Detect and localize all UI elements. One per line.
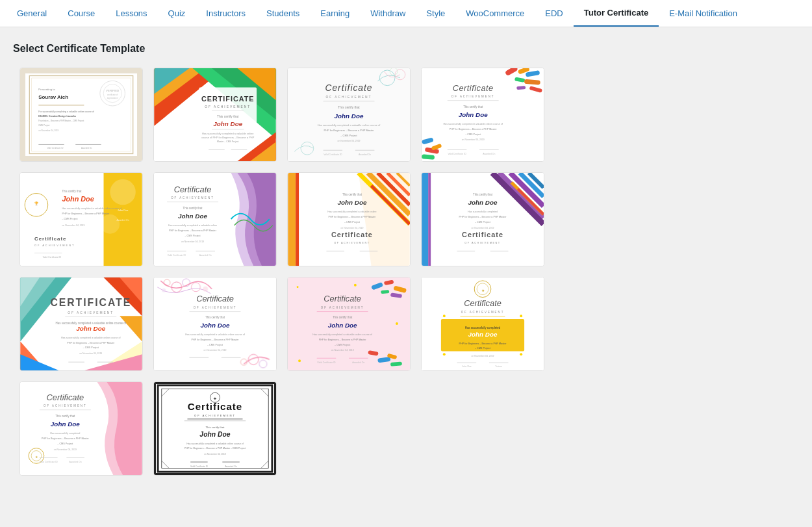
tab-earning[interactable]: Earning (310, 0, 360, 27)
certificate-template-14[interactable]: ✦ Certificate OF ACHIEVEMENT This certif… (153, 381, 277, 476)
svg-text:– CMS Project: – CMS Project (184, 235, 201, 237)
svg-text:Foundation – Become a PHP Mast: Foundation – Become a PHP Master – CMS P… (38, 120, 84, 122)
svg-text:Awarded On: Awarded On (117, 219, 129, 222)
svg-text:This certify that: This certify that (473, 193, 493, 196)
certificate-template-10[interactable]: Certificate OF ACHIEVEMENT This certify … (153, 277, 277, 371)
svg-text:Awarded On: Awarded On (359, 153, 371, 156)
svg-text:This certify that: This certify that (333, 316, 353, 319)
svg-text:CERTIFICATE: CERTIFICATE (201, 95, 255, 103)
svg-text:OF ACHIEVEMENT: OF ACHIEVEMENT (194, 414, 236, 417)
svg-text:Has successfully completed a v: Has successfully completed a valuable on… (61, 337, 121, 339)
tab-general[interactable]: General (6, 0, 57, 27)
svg-text:Awarded On: Awarded On (225, 465, 236, 468)
svg-rect-124 (288, 173, 296, 266)
svg-text:PHP for Beginners – Become a P: PHP for Beginners – Become a PHP Master (67, 342, 115, 344)
svg-text:John Doe: John Doe (468, 199, 498, 206)
tab-woocommerce[interactable]: WooCommerce (455, 0, 535, 27)
svg-text:Awarded On: Awarded On (81, 147, 92, 149)
svg-text:PHP for Beginners – Become a P: PHP for Beginners – Become a PHP Master … (184, 447, 246, 450)
certificate-template-3[interactable]: Certificate OF ACHIEVEMENT This certify … (287, 68, 411, 162)
svg-text:For successfully completing a : For successfully completing a valuable o… (38, 110, 94, 113)
svg-text:– CMS Project: – CMS Project (57, 443, 73, 445)
svg-text:Certificate: Certificate (462, 231, 503, 238)
certificate-template-2[interactable]: CERTIFICATE OF ACHIEVEMENT This certify … (153, 68, 277, 162)
tab-tutor-certificate[interactable]: Tutor Certificate (574, 0, 659, 27)
svg-text:John Doe: John Doe (178, 212, 207, 220)
svg-text:This certify that: This certify that (217, 115, 239, 118)
tab-style[interactable]: Style (416, 0, 455, 27)
svg-text:Has successfully completed: Has successfully completed (465, 326, 501, 329)
svg-rect-73 (448, 100, 499, 101)
svg-text:on November 04, 2019: on November 04, 2019 (204, 453, 226, 456)
certificate-template-4[interactable]: Certificate OF ACHIEVEMENT This certify … (421, 68, 544, 162)
certificate-template-5[interactable]: 🏆 This certify that John Doe Has success… (19, 172, 143, 266)
svg-rect-191 (190, 311, 241, 312)
tab-lessons[interactable]: Lessons (105, 0, 157, 27)
svg-point-184 (203, 287, 208, 292)
svg-text:OF ACHIEVEMENT: OF ACHIEVEMENT (205, 105, 251, 109)
svg-text:Has successfully completed a v: Has successfully completed a valuable on… (186, 443, 244, 445)
tab-quiz[interactable]: Quiz (158, 0, 196, 27)
svg-text:OF ACHIEVEMENT: OF ACHIEVEMENT (194, 306, 237, 309)
certificate-template-12[interactable]: ★ Certificate OF ACHIEVEMENT Has success… (421, 277, 544, 371)
svg-text:PHP for Beginners – Become a P: PHP for Beginners – Become a PHP Master (459, 216, 507, 218)
svg-text:OF ACHIEVEMENT: OF ACHIEVEMENT (461, 311, 505, 314)
svg-text:This certify that: This certify that (338, 106, 360, 109)
svg-text:on November 04, 2019: on November 04, 2019 (79, 352, 102, 355)
svg-text:– CMS Project: – CMS Project (83, 346, 99, 349)
svg-rect-105 (167, 201, 218, 202)
tab-withdraw[interactable]: Withdraw (360, 0, 416, 27)
svg-text:PHP for Beginners – Become a P: PHP for Beginners – Become a PHP Master (192, 339, 240, 341)
svg-text:– CMS Project: – CMS Project (335, 344, 351, 346)
top-navigation: General Course Lessons Quiz Instructors … (0, 0, 812, 27)
svg-text:on November 04, 2019: on November 04, 2019 (331, 349, 354, 352)
svg-text:Sourav Aich: Sourav Aich (38, 94, 68, 100)
certificate-template-11[interactable]: Certificate OF ACHIEVEMENT This certify … (287, 277, 411, 371)
svg-text:Certificate: Certificate (34, 236, 66, 242)
svg-text:OF ACHIEVEMENT: OF ACHIEVEMENT (171, 196, 214, 199)
svg-text:– CMS Project: – CMS Project (465, 133, 481, 136)
svg-text:OF ACHIEVEMENT: OF ACHIEVEMENT (44, 404, 87, 407)
svg-text:course of PHP for Beginners – : course of PHP for Beginners – Become a P… (201, 136, 254, 139)
section-title: Select Certificate Template (13, 43, 799, 55)
certificate-template-13[interactable]: ★ Certificate OF ACHIEVEMENT This certif… (19, 381, 143, 476)
tab-email-notification[interactable]: E-Mail Notification (659, 0, 748, 27)
certificate-template-8[interactable]: This certify that John Doe Has successfu… (421, 172, 544, 266)
svg-text:OF ACHIEVEMENT: OF ACHIEVEMENT (334, 241, 370, 244)
svg-text:PHP for Beginners – Become a P: PHP for Beginners – Become a PHP Master (319, 339, 367, 341)
svg-point-86 (110, 179, 135, 205)
svg-rect-125 (296, 173, 299, 266)
certificate-template-6[interactable]: Certificate OF ACHIEVEMENT This certify … (153, 172, 277, 266)
tab-instructors[interactable]: Instructors (196, 0, 256, 27)
svg-point-210 (354, 284, 357, 287)
svg-text:Has successfully completed a v: Has successfully completed a valuable on… (443, 123, 503, 125)
svg-point-232 (443, 315, 446, 317)
svg-text:– CMS Project: – CMS Project (340, 134, 357, 137)
svg-rect-170 (65, 316, 116, 317)
tab-edd[interactable]: EDD (535, 0, 573, 27)
svg-text:PHP for Beginners – Become a P: PHP for Beginners – Become a PHP Master (328, 216, 376, 218)
certificate-template-1[interactable]: VERIFIED certificate of appreciation Pre… (19, 68, 143, 162)
svg-text:on November 04, 2019: on November 04, 2019 (54, 448, 77, 451)
svg-text:John Doe: John Doe (51, 420, 80, 428)
svg-text:Has successfully completed a v: Has successfully completed a valuable on… (318, 123, 381, 127)
svg-text:Has successfully completed a v: Has successfully completed a valuable on… (62, 207, 122, 210)
svg-text:Valid Certificate ID: Valid Certificate ID (43, 256, 62, 259)
svg-rect-216 (317, 311, 368, 312)
svg-text:on November 04, 2019: on November 04, 2019 (338, 140, 361, 142)
svg-text:Awarded On: Awarded On (70, 461, 82, 463)
svg-text:OF ACHIEVEMENT: OF ACHIEVEMENT (451, 95, 495, 98)
svg-text:Valid Certificate ID: Valid Certificate ID (317, 361, 336, 364)
certificate-template-7[interactable]: This certify that John Doe Has successfu… (287, 172, 411, 266)
certificate-template-9[interactable]: CERTIFICATE OF ACHIEVEMENT Has successfu… (19, 277, 143, 371)
tab-students[interactable]: Students (256, 0, 310, 27)
svg-point-233 (520, 315, 522, 317)
svg-text:John Doe: John Doe (76, 325, 105, 332)
svg-text:on November 04, 2019: on November 04, 2019 (472, 355, 494, 357)
certificate-grid: VERIFIED certificate of appreciation Pre… (19, 68, 799, 476)
svg-text:Valid Certificate ID: Valid Certificate ID (47, 147, 64, 149)
svg-text:John Doe: John Doe (118, 209, 129, 212)
tab-course[interactable]: Course (57, 0, 105, 27)
svg-text:This certify that: This certify that (62, 190, 82, 193)
svg-text:Has successfully completed: Has successfully completed (50, 432, 80, 435)
